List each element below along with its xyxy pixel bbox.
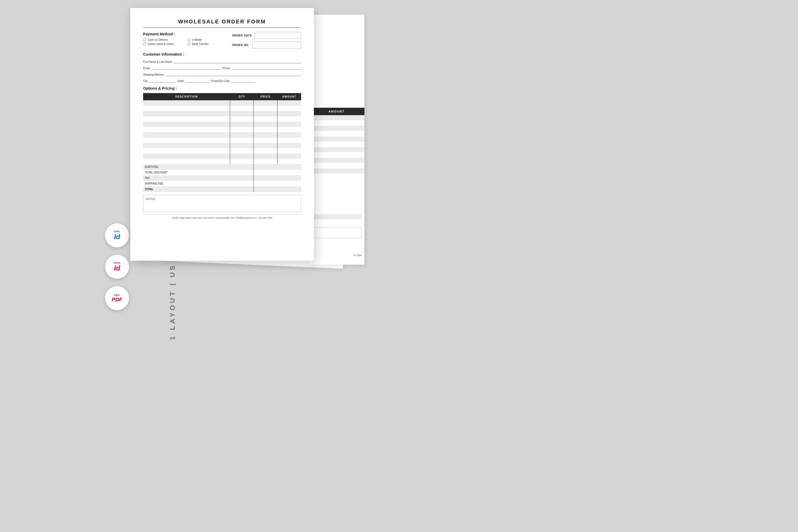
field-city-label: City <box>143 79 148 82</box>
cell-price <box>254 127 278 132</box>
summary-discount-value <box>254 170 301 175</box>
payment-option-1-label: Cash on Delivery <box>148 38 168 41</box>
cell-desc <box>143 111 230 116</box>
customer-label: Customer Information : <box>143 52 301 56</box>
cell-desc <box>143 106 230 111</box>
pdf-top-label: PDF <box>114 294 120 297</box>
field-row-address: Shipping Address <box>143 72 301 76</box>
field-address-label: Shipping Address <box>143 73 164 76</box>
cell-desc <box>143 127 230 132</box>
table-row <box>143 143 301 148</box>
idml-icon-circle[interactable]: IDML Id <box>105 224 129 247</box>
summary-table: SUBTOTAL TOTAL DISCOUNT TAX SHIPPING FEE… <box>143 164 301 192</box>
back-paper-right: AMOUNT i6 7890 <box>308 15 364 265</box>
summary-subtotal-label: SUBTOTAL <box>143 164 254 170</box>
summary-row-subtotal: SUBTOTAL <box>143 164 301 170</box>
order-no-input[interactable] <box>252 41 301 49</box>
table-row <box>143 111 301 116</box>
cell-desc <box>143 153 230 159</box>
cell-qty <box>230 132 254 137</box>
idml-big-label: Id <box>114 233 120 241</box>
cell-qty <box>230 143 254 148</box>
field-name-label: First Name & Last Name <box>143 60 172 63</box>
field-state-label: State <box>177 79 184 82</box>
summary-shipping-label: SHIPPING FEE <box>143 181 254 187</box>
cell-price <box>254 137 278 143</box>
order-no-label: ORDER NO. <box>232 44 249 46</box>
col-qty: QTY <box>230 93 254 100</box>
pdf-big-label: PDF <box>112 297 122 303</box>
cell-desc <box>143 121 230 127</box>
summary-row-discount: TOTAL DISCOUNT <box>143 170 301 175</box>
table-row <box>143 148 301 153</box>
cell-qty <box>230 153 254 159</box>
cell-qty <box>230 116 254 121</box>
summary-discount-label: TOTAL DISCOUNT <box>143 170 254 175</box>
indd-big-label: Id <box>114 264 120 272</box>
cell-amount <box>278 121 301 127</box>
main-paper: WHOLESALE ORDER FORM Payment Method : Ca… <box>130 8 314 261</box>
field-row-name: First Name & Last Name <box>143 60 301 63</box>
table-row <box>143 121 301 127</box>
cell-qty <box>230 111 254 116</box>
cell-desc <box>143 137 230 143</box>
notes-box: NOTES <box>143 195 301 212</box>
table-row <box>143 106 301 111</box>
cell-desc <box>143 143 230 148</box>
summary-total-label: TOTAL <box>143 187 254 192</box>
cell-desc <box>143 132 230 137</box>
order-fields: ORDER DATE ORDER NO. <box>232 32 301 49</box>
field-name-line <box>174 60 301 63</box>
field-email-line <box>151 66 221 70</box>
cell-amount <box>278 148 301 153</box>
order-date-field: ORDER DATE <box>232 32 301 39</box>
table-body <box>143 100 301 164</box>
pricing-table: DESCRIPTION QTY PRICE AMOUNT <box>143 93 301 164</box>
field-state-line <box>185 79 209 82</box>
summary-row-tax: TAX <box>143 175 301 181</box>
field-phone-line <box>232 66 301 70</box>
idml-top-label: IDML <box>114 230 120 233</box>
cell-price <box>254 100 278 106</box>
field-postal-label: Postal/Zip Code <box>211 79 230 82</box>
cell-amount <box>278 153 301 159</box>
table-row <box>143 116 301 121</box>
payment-option-4-label: Bank Transfer <box>192 42 209 45</box>
payment-options: Cash on Delivery e-Wallet Cards ( debit … <box>143 38 227 45</box>
col-description: DESCRIPTION <box>143 93 230 100</box>
payment-option-2[interactable]: e-Wallet <box>188 38 227 41</box>
payment-option-3[interactable]: Cards ( debit & credit ) <box>143 42 182 45</box>
cell-amount <box>278 116 301 121</box>
indd-icon-circle[interactable]: INDD Id <box>105 255 129 279</box>
summary-tax-label: TAX <box>143 175 254 181</box>
form-footer: 1234/k State Name, New York, USA 9876 | … <box>143 216 301 219</box>
cell-amount <box>278 106 301 111</box>
cell-desc <box>143 116 230 121</box>
cell-price <box>254 116 278 121</box>
cell-price <box>254 106 278 111</box>
table-row <box>143 132 301 137</box>
pdf-icon-circle[interactable]: PDF PDF <box>105 286 129 310</box>
field-email-label: Email <box>143 67 150 70</box>
field-phone-label: Phone <box>222 67 230 70</box>
cell-price <box>254 143 278 148</box>
payment-left: Payment Method : Cash on Delivery e-Wall… <box>143 32 227 45</box>
cell-amount <box>278 100 301 106</box>
cell-price <box>254 148 278 153</box>
cell-qty <box>230 100 254 106</box>
payment-option-1[interactable]: Cash on Delivery <box>143 38 182 41</box>
summary-row-shipping: SHIPPING FEE <box>143 181 301 187</box>
summary-total-value <box>254 187 301 192</box>
notes-divider <box>143 214 301 214</box>
cell-amount <box>278 111 301 116</box>
cell-qty <box>230 148 254 153</box>
title-divider <box>143 27 301 28</box>
payment-option-4[interactable]: Bank Transfer <box>188 42 227 45</box>
summary-shipping-value <box>254 181 301 187</box>
cell-qty <box>230 127 254 132</box>
radio-1 <box>143 38 146 41</box>
cell-qty <box>230 159 254 164</box>
cell-price <box>254 111 278 116</box>
order-date-input[interactable] <box>254 32 301 39</box>
col-amount: AMOUNT <box>278 93 301 100</box>
